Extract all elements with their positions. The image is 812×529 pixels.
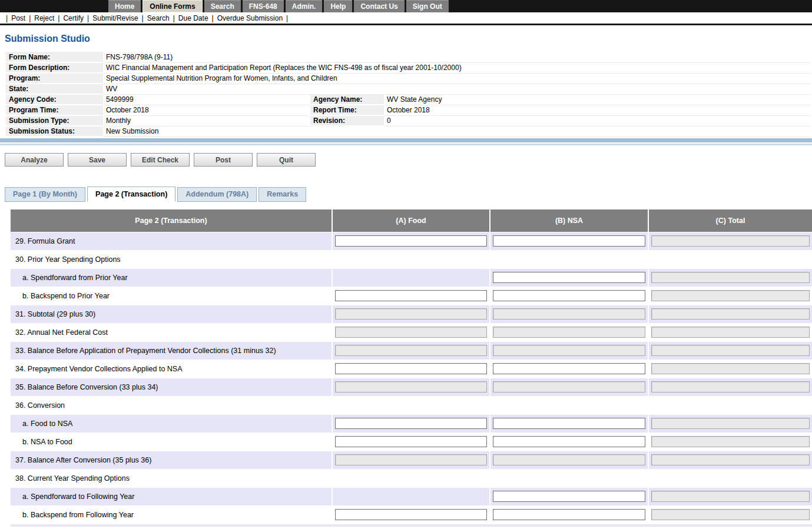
nav-item-sign-out[interactable]: Sign Out — [406, 0, 449, 12]
subnav-item-submit-revise[interactable]: Submit/Revise — [92, 14, 138, 22]
row-label: 36. Conversion — [11, 396, 332, 414]
nav-item-contact-us[interactable]: Contact Us — [354, 0, 404, 12]
row-label: 31. Subtotal (29 plus 30) — [11, 305, 332, 323]
save-button[interactable]: Save — [68, 153, 127, 167]
tab-page1-by-month[interactable]: Page 1 (By Month) — [5, 187, 85, 202]
row-label: 32. Annual Net Federal Cost — [11, 323, 332, 341]
total-cell — [648, 323, 812, 341]
submission-type-label: Submission Type: — [6, 115, 103, 126]
subnav-item-post[interactable]: Post — [11, 14, 25, 22]
agency-name-label: Agency Name: — [310, 94, 384, 105]
separator: | — [286, 14, 288, 22]
nsa-input — [493, 454, 645, 465]
row-label: b. Backspend to Prior Year — [11, 287, 332, 305]
state-value: WV — [103, 84, 811, 94]
toolbar: Analyze Save Edit Check Post Quit — [5, 153, 812, 167]
subnav-item-search[interactable]: Search — [147, 14, 170, 22]
nav-item-online-forms[interactable]: Online Forms — [142, 0, 202, 12]
total-cell — [648, 396, 812, 414]
food-input[interactable] — [335, 436, 487, 447]
nsa-input[interactable] — [493, 290, 645, 301]
grid-header-nsa: (B) NSA — [490, 209, 648, 232]
food-input — [335, 454, 487, 465]
tab-page2-transaction[interactable]: Page 2 (Transaction) — [87, 187, 175, 202]
nsa-cell — [490, 287, 648, 305]
nsa-input[interactable] — [493, 272, 645, 283]
nsa-cell — [490, 305, 648, 323]
form-info-row: Form Name: FNS-798/798A (9-11) — [6, 52, 811, 62]
total-input — [651, 345, 810, 356]
quit-button[interactable]: Quit — [257, 153, 316, 167]
row-label: a. Food to NSA — [11, 414, 332, 432]
food-input[interactable] — [335, 509, 487, 520]
row-label: b. NSA to Food — [11, 432, 332, 451]
food-input[interactable] — [335, 363, 487, 374]
food-input — [335, 308, 487, 320]
food-input[interactable] — [335, 290, 487, 301]
total-input — [651, 454, 810, 465]
total-cell — [648, 268, 812, 287]
analyze-button[interactable]: Analyze — [5, 153, 64, 167]
nav-item-home[interactable]: Home — [108, 0, 141, 12]
separator: | — [212, 14, 214, 22]
grid-row: 31. Subtotal (29 plus 30) — [11, 305, 812, 323]
nsa-input[interactable] — [493, 491, 645, 502]
subnav-item-reject[interactable]: Reject — [34, 14, 54, 22]
form-info-table: Form Name: FNS-798/798A (9-11) Form Desc… — [6, 52, 811, 137]
row-label: 29. Formula Grant — [11, 232, 332, 250]
row-label: a. Spendforward to Following Year — [11, 487, 332, 505]
tab-bar: Page 1 (By Month) Page 2 (Transaction) A… — [5, 187, 812, 202]
nav-item-help[interactable]: Help — [324, 0, 352, 12]
total-input — [651, 418, 810, 429]
tab-remarks[interactable]: Remarks — [258, 187, 306, 202]
nsa-input — [493, 345, 645, 356]
total-input — [651, 436, 810, 447]
nsa-input[interactable] — [493, 235, 645, 247]
total-cell — [648, 378, 812, 396]
form-info-row: Submission Status: New Submission — [6, 126, 811, 137]
nsa-input — [493, 381, 645, 392]
grid-row: 37. Balance After Conversion (35 plus 36… — [11, 451, 812, 469]
total-cell — [648, 469, 812, 487]
nav-item-admin[interactable]: Admin. — [286, 0, 323, 12]
subnav-item-certify[interactable]: Certify — [63, 14, 84, 22]
grid-row: 30. Prior Year Spending Options — [11, 250, 812, 268]
subnav-item-overdue-submission[interactable]: Overdue Submission — [217, 14, 283, 22]
state-label: State: — [6, 84, 103, 94]
grid-row: a. Food to NSA — [11, 414, 812, 432]
nsa-cell — [490, 469, 648, 487]
total-cell — [648, 451, 812, 469]
total-cell — [648, 341, 812, 360]
separator: | — [142, 14, 144, 22]
total-cell — [648, 287, 812, 305]
nsa-input[interactable] — [493, 509, 645, 520]
total-cell — [648, 414, 812, 432]
food-input[interactable] — [335, 235, 487, 247]
food-input[interactable] — [335, 418, 487, 429]
edit-check-button[interactable]: Edit Check — [131, 153, 190, 167]
food-cell — [332, 232, 490, 250]
post-button[interactable]: Post — [194, 153, 253, 167]
total-cell — [648, 360, 812, 378]
grid-header-row: Page 2 (Transaction) (A) Food (B) NSA (C… — [11, 209, 812, 232]
grid-row: 33. Balance Before Application of Prepay… — [11, 341, 812, 360]
nsa-input — [493, 308, 645, 320]
total-input — [651, 290, 810, 301]
row-label: 35. Balance Before Conversion (33 plus 3… — [11, 378, 332, 396]
program-time-value: October 2018 — [103, 105, 310, 115]
sub-nav: |Post|Reject|Certify|Submit/Revise|Searc… — [0, 12, 812, 25]
nsa-cell — [490, 232, 648, 250]
separator: | — [29, 14, 31, 22]
nsa-cell — [490, 451, 648, 469]
tab-addendum-798a[interactable]: Addendum (798A) — [177, 187, 257, 202]
nav-item-search[interactable]: Search — [204, 0, 241, 12]
nsa-input — [493, 327, 645, 338]
row-label: 33. Balance Before Application of Prepay… — [11, 341, 332, 360]
nsa-input[interactable] — [493, 418, 645, 429]
nav-item-fns-648[interactable]: FNS-648 — [243, 0, 284, 12]
nsa-input[interactable] — [493, 436, 645, 447]
program-value: Special Supplemental Nutrition Program f… — [103, 73, 811, 84]
nsa-input[interactable] — [493, 363, 645, 374]
food-cell — [332, 268, 490, 287]
subnav-item-due-date[interactable]: Due Date — [178, 14, 208, 22]
